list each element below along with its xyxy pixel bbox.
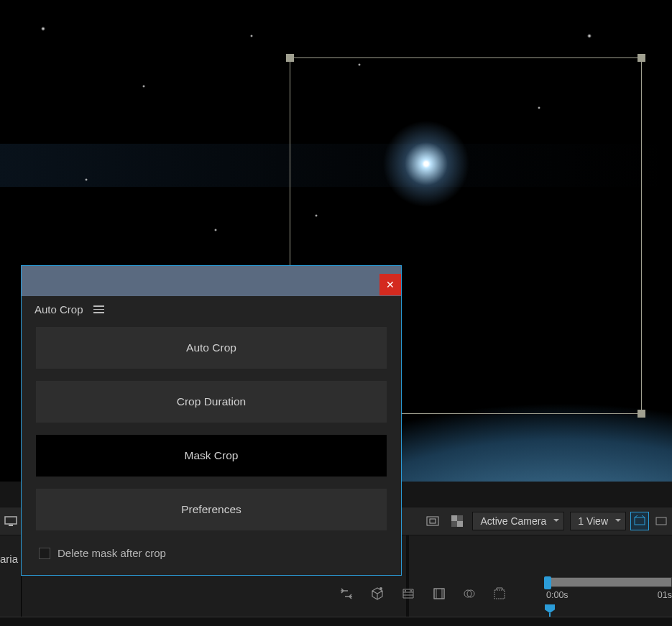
svg-rect-2	[427, 517, 438, 525]
lower-sidebar	[0, 535, 22, 626]
svg-point-10	[405, 590, 406, 592]
transparency-grid-icon[interactable]	[448, 512, 466, 530]
svg-rect-6	[457, 521, 463, 527]
comp-icon[interactable]	[493, 587, 506, 603]
cube-icon[interactable]	[371, 587, 384, 603]
handle-br[interactable]	[638, 410, 645, 418]
close-icon: ✕	[386, 279, 395, 290]
toggle-guides-icon[interactable]	[630, 512, 649, 530]
view-count-label: 1 View	[578, 515, 608, 527]
time-ruler: 0:00s 01s	[546, 590, 672, 600]
handle-tl[interactable]	[286, 54, 294, 62]
monitor-icon[interactable]	[1, 512, 20, 530]
blend-icon[interactable]	[463, 587, 476, 603]
svg-rect-1	[9, 525, 13, 526]
preferences-label: Preferences	[181, 503, 241, 516]
timeline-tool-icons	[339, 587, 506, 603]
timeline-scroll-knob[interactable]	[544, 576, 551, 589]
mask-crop-label: Mask Crop	[185, 449, 239, 462]
svg-rect-3	[430, 519, 436, 523]
panel-divider[interactable]	[406, 535, 409, 626]
delete-mask-label: Delete mask after crop	[57, 547, 166, 559]
view-count-dropdown[interactable]: 1 View	[570, 512, 626, 530]
film-icon[interactable]	[401, 587, 415, 603]
svg-rect-13	[434, 589, 444, 599]
auto-crop-panel: ✕ Auto Crop Auto Crop Crop Duration Mask…	[21, 265, 402, 576]
delete-mask-checkbox[interactable]	[39, 548, 50, 559]
frame-icon[interactable]	[433, 587, 446, 603]
crop-duration-label: Crop Duration	[177, 395, 247, 408]
svg-rect-8	[656, 517, 666, 525]
svg-rect-5	[451, 515, 457, 521]
mask-crop-button[interactable]: Mask Crop	[36, 435, 387, 477]
svg-rect-0	[5, 517, 17, 524]
time-start-label: 0:00s	[546, 590, 569, 600]
svg-point-9	[379, 587, 382, 590]
toggle-mask-icon[interactable]	[652, 512, 671, 530]
bounds-icon[interactable]	[423, 512, 442, 530]
close-button[interactable]: ✕	[379, 274, 401, 295]
svg-rect-12	[434, 589, 444, 599]
panel-titlebar[interactable]: ✕	[22, 266, 401, 296]
camera-dropdown-label: Active Camera	[480, 515, 546, 527]
crop-duration-button[interactable]: Crop Duration	[36, 381, 387, 423]
handle-tr[interactable]	[638, 54, 645, 62]
camera-dropdown[interactable]: Active Camera	[472, 512, 564, 530]
svg-rect-18	[494, 590, 505, 599]
preferences-button[interactable]: Preferences	[36, 489, 387, 530]
menu-icon[interactable]	[93, 305, 104, 313]
svg-rect-7	[635, 517, 645, 525]
panel-title: Auto Crop	[34, 303, 83, 316]
switches-icon[interactable]	[339, 587, 354, 603]
time-next-label: 01s	[658, 590, 672, 600]
auto-crop-label: Auto Crop	[186, 341, 236, 354]
auto-crop-button[interactable]: Auto Crop	[36, 327, 387, 369]
svg-point-11	[410, 590, 412, 592]
timeline-scrollbar[interactable]	[545, 577, 672, 587]
footer-bar	[0, 617, 672, 626]
partial-text: aria	[0, 553, 18, 565]
